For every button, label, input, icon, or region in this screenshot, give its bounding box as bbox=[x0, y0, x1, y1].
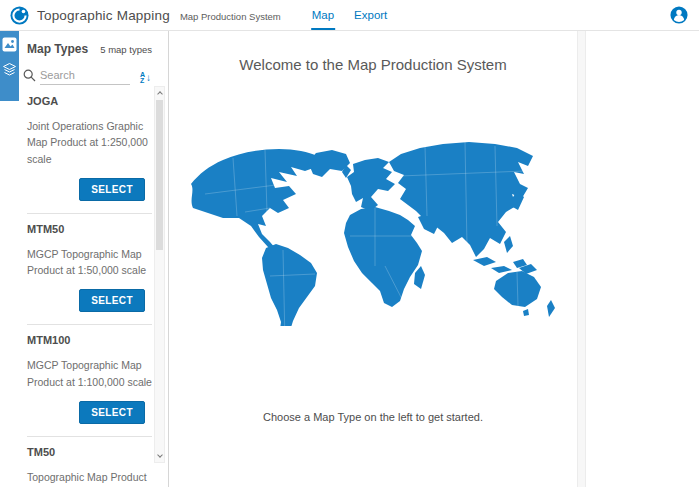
map-type-count: 5 map types bbox=[100, 44, 152, 55]
select-button-mtm100[interactable]: SELECT bbox=[79, 401, 145, 424]
select-button-joga[interactable]: SELECT bbox=[79, 178, 145, 201]
search-input[interactable] bbox=[40, 67, 130, 85]
search-icon bbox=[23, 69, 36, 82]
select-button-mtm50[interactable]: SELECT bbox=[79, 289, 145, 312]
scrollbar-thumb[interactable] bbox=[156, 100, 163, 250]
map-type-description: MGCP Topographic Map Product at 1:50,000… bbox=[27, 246, 152, 279]
welcome-heading: Welcome to the Map Production System bbox=[169, 56, 577, 73]
sidebar-scrollbar[interactable] bbox=[154, 86, 165, 463]
map-types-panel: Map Types 5 map types A Z ↓ JOGA Joint O… bbox=[0, 31, 169, 487]
sort-letter-z: Z bbox=[140, 78, 145, 84]
list-item-mtm100: MTM100 MGCP Topographic Map Product at 1… bbox=[27, 325, 152, 437]
panel-header: Map Types 5 map types bbox=[0, 31, 168, 56]
list-item-mtm50: MTM50 MGCP Topographic Map Product at 1:… bbox=[27, 214, 152, 326]
list-item-tm50: TM50 Topographic Map Product at 1:50,000… bbox=[27, 437, 152, 487]
user-avatar-icon[interactable] bbox=[670, 6, 688, 24]
map-type-description: Joint Operations Graphic Map Product at … bbox=[27, 118, 152, 167]
sort-arrow: ↓ bbox=[146, 73, 151, 83]
header-tabs: Map Export bbox=[311, 0, 389, 30]
app-logo-icon bbox=[10, 6, 29, 25]
map-preview-icon[interactable] bbox=[2, 37, 17, 52]
map-type-list: JOGA Joint Operations Graphic Map Produc… bbox=[0, 86, 152, 487]
map-type-name: MTM50 bbox=[27, 223, 152, 235]
map-type-description: Topographic Map Product at 1:50,000 scal… bbox=[27, 469, 152, 487]
welcome-view: Welcome to the Map Production System bbox=[169, 31, 577, 487]
chevron-down-icon[interactable] bbox=[157, 452, 163, 458]
tab-export[interactable]: Export bbox=[353, 0, 388, 30]
map-type-name: JOGA bbox=[27, 95, 152, 107]
map-type-name: TM50 bbox=[27, 446, 152, 458]
world-map-image bbox=[175, 116, 571, 326]
main-area: Welcome to the Map Production System bbox=[169, 31, 699, 487]
panel-title: Map Types bbox=[27, 42, 88, 56]
sort-a-z-icon[interactable]: A Z ↓ bbox=[140, 72, 151, 85]
layers-icon[interactable] bbox=[2, 62, 17, 77]
main-scrollbar[interactable] bbox=[577, 31, 586, 487]
instruction-text: Choose a Map Type on the left to get sta… bbox=[169, 411, 577, 423]
app-subtitle: Map Production System bbox=[180, 9, 281, 22]
map-type-description: MGCP Topographic Map Product at 1:100,00… bbox=[27, 357, 152, 390]
page-body: Map Types 5 map types A Z ↓ JOGA Joint O… bbox=[0, 31, 699, 487]
map-type-name: MTM100 bbox=[27, 334, 152, 346]
list-item-joga: JOGA Joint Operations Graphic Map Produc… bbox=[27, 86, 152, 214]
search-row: A Z ↓ bbox=[23, 67, 151, 85]
app-title: Topographic Mapping bbox=[37, 8, 170, 23]
chevron-up-icon[interactable] bbox=[157, 91, 163, 97]
app-header: Topographic Mapping Map Production Syste… bbox=[0, 0, 699, 31]
tab-map[interactable]: Map bbox=[311, 0, 335, 30]
